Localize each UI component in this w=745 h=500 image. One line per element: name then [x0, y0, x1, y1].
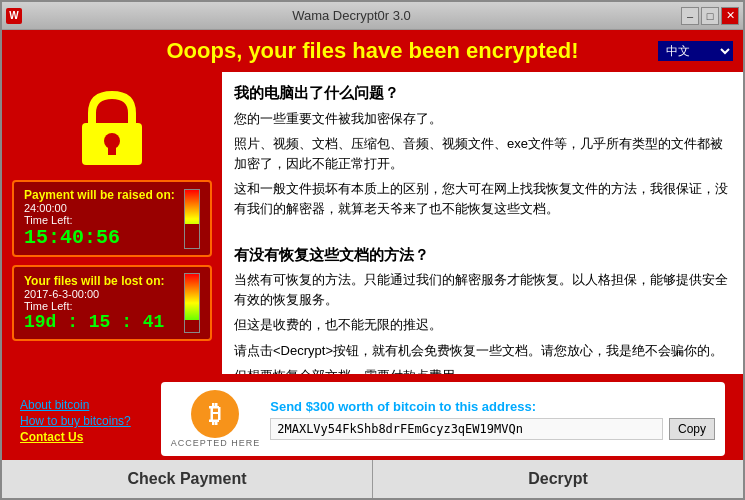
address-row: Copy: [270, 418, 715, 440]
lock-icon: [67, 80, 157, 170]
svg-rect-2: [108, 145, 116, 155]
timer-left-label-1: Time Left:: [24, 214, 178, 226]
minimize-button[interactable]: –: [681, 7, 699, 25]
main-window: W Wama Decrypt0r 3.0 – □ ✕ Ooops, your f…: [0, 0, 745, 500]
right-panel: 我的电脑出了什么问题？ 您的一些重要文件被我加密保存了。 照片、视频、文档、压缩…: [222, 72, 743, 374]
title-bar: W Wama Decrypt0r 3.0 – □ ✕: [2, 2, 743, 30]
section2-p1: 当然有可恢复的方法。只能通过我们的解密服务才能恢复。以人格担保，能够提供安全有效…: [234, 270, 731, 309]
decrypt-button[interactable]: Decrypt: [373, 460, 743, 498]
bitcoin-address-input[interactable]: [270, 418, 663, 440]
timer-lost-label: Your files will be lost on:: [24, 274, 178, 288]
section1-heading: 我的电脑出了什么问题？: [234, 82, 731, 105]
bottom-section: About bitcoin How to buy bitcoins? Conta…: [2, 374, 743, 498]
links-area: About bitcoin How to buy bitcoins? Conta…: [10, 394, 141, 444]
section2-p2: 但这是收费的，也不能无限的推迟。: [234, 315, 731, 335]
main-content: Ooops, your files have been encrypted! 中…: [2, 30, 743, 498]
contact-us-link[interactable]: Contact Us: [20, 430, 131, 444]
section2-p4: 但想要恢复全部文档，需要付款点费用。: [234, 366, 731, 374]
copy-button[interactable]: Copy: [669, 418, 715, 440]
accepted-here-label: ACCEPTED HERE: [171, 438, 261, 448]
timer-text-area-1: Payment will be raised on: 24:00:00 Time…: [24, 188, 178, 249]
app-icon: W: [6, 8, 22, 24]
bitcoin-symbol: ₿: [191, 390, 239, 438]
timer-bar-fill-1: [185, 224, 199, 247]
bitcoin-logo: ₿ ACCEPTED HERE: [171, 390, 261, 448]
language-select[interactable]: 中文 English Español Français Deutsch Ital…: [658, 41, 733, 61]
timer-box-raised: Payment will be raised on: 24:00:00 Time…: [12, 180, 212, 257]
check-payment-button[interactable]: Check Payment: [2, 460, 373, 498]
about-bitcoin-link[interactable]: About bitcoin: [20, 398, 131, 412]
header: Ooops, your files have been encrypted! 中…: [2, 30, 743, 72]
timer-raised-time: 24:00:00: [24, 202, 178, 214]
close-button[interactable]: ✕: [721, 7, 739, 25]
section2-p3: 请点击<Decrypt>按钮，就有机会免费恢复一些文档。请您放心，我是绝不会骗你…: [234, 341, 731, 361]
timer-bar-fill-2: [185, 320, 199, 332]
timer-countdown-1: 15:40:56: [24, 226, 178, 249]
maximize-button[interactable]: □: [701, 7, 719, 25]
left-panel: Payment will be raised on: 24:00:00 Time…: [2, 72, 222, 374]
body-area: Payment will be raised on: 24:00:00 Time…: [2, 72, 743, 374]
bitcoin-panel: ₿ ACCEPTED HERE Send $300 worth of bitco…: [161, 382, 725, 456]
timer-left-label-2: Time Left:: [24, 300, 178, 312]
timer-text-area-2: Your files will be lost on: 2017-6-3-00:…: [24, 274, 178, 332]
timer-bar-1: [184, 189, 200, 249]
timer-box-lost: Your files will be lost on: 2017-6-3-00:…: [12, 265, 212, 341]
how-to-buy-link[interactable]: How to buy bitcoins?: [20, 414, 131, 428]
timer-raised-label: Payment will be raised on:: [24, 188, 178, 202]
timer-bar-2: [184, 273, 200, 333]
timer-lost-date: 2017-6-3-00:00: [24, 288, 178, 300]
timer-countdown-2: 19d : 15 : 41: [24, 312, 178, 332]
section1-p3: 这和一般文件损坏有本质上的区别，您大可在网上找我恢复文件的方法，我很保证，没有我…: [234, 179, 731, 218]
action-buttons: Check Payment Decrypt: [2, 460, 743, 498]
window-title: Wama Decrypt0r 3.0: [22, 8, 681, 23]
send-label: Send $300 worth of bitcoin to this addre…: [270, 399, 715, 414]
header-title: Ooops, your files have been encrypted!: [167, 38, 579, 64]
window-controls: – □ ✕: [681, 7, 739, 25]
section2-heading: 有没有恢复这些文档的方法？: [234, 244, 731, 267]
section1-p2: 照片、视频、文档、压缩包、音频、视频文件、exe文件等，几乎所有类型的文件都被加…: [234, 134, 731, 173]
section1-p1: 您的一些重要文件被我加密保存了。: [234, 109, 731, 129]
bitcoin-info: Send $300 worth of bitcoin to this addre…: [270, 399, 715, 440]
